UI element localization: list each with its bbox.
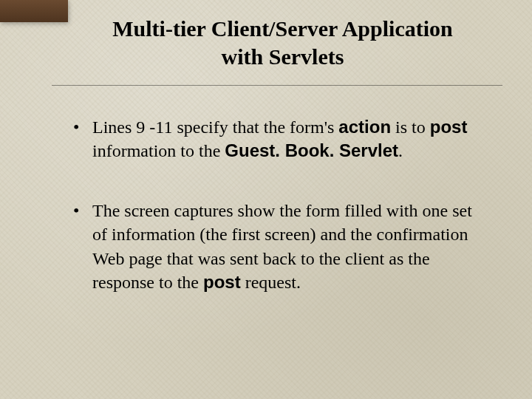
title-block: Multi-tier Client/Server Application wit… xyxy=(0,0,532,78)
bullet-list: Lines 9 -11 specify that the form's acti… xyxy=(70,115,473,294)
corner-tab xyxy=(0,0,68,22)
text: . xyxy=(398,141,403,160)
list-item: Lines 9 -11 specify that the form's acti… xyxy=(70,115,473,163)
list-item: The screen captures show the form filled… xyxy=(70,199,473,295)
bold-text: post xyxy=(430,117,468,137)
slide-body: Lines 9 -11 specify that the form's acti… xyxy=(0,86,532,294)
bold-text: post xyxy=(203,272,241,292)
title-line-2: with Servlets xyxy=(222,44,344,69)
text: information to the xyxy=(92,141,225,160)
text: request. xyxy=(241,273,301,292)
bold-text: action xyxy=(338,117,391,137)
slide-title: Multi-tier Client/Server Application wit… xyxy=(85,15,480,70)
text: Lines 9 -11 specify that the form's xyxy=(92,117,338,137)
bold-text: Guest. Book. Servlet xyxy=(225,140,398,160)
slide: Multi-tier Client/Server Application wit… xyxy=(0,0,532,399)
text: is to xyxy=(391,117,430,137)
title-line-1: Multi-tier Client/Server Application xyxy=(112,16,453,41)
